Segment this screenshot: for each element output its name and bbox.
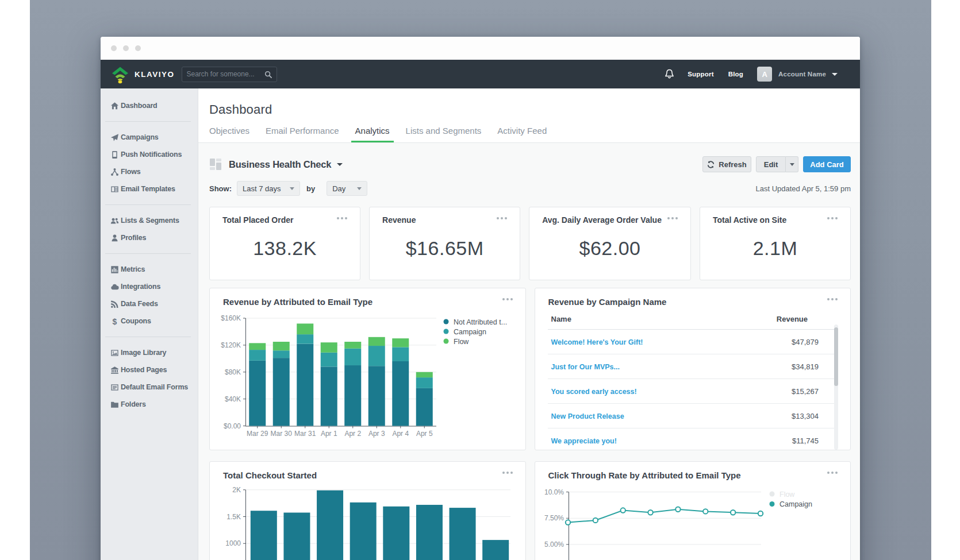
tab-analytics[interactable]: Analytics	[355, 126, 390, 142]
user-icon	[110, 234, 119, 242]
card-menu-dots[interactable]	[667, 217, 678, 219]
sidebar-item-push-notifications[interactable]: Push Notifications	[101, 146, 198, 163]
browser-window: KLAVIYO Support Blog A Account Name Dash…	[101, 37, 860, 560]
brand-name: KLAVIYO	[135, 70, 175, 79]
klaviyo-logo-icon	[110, 65, 130, 84]
card-menu-dots[interactable]	[497, 217, 507, 219]
sidebar-item-flows[interactable]: Flows	[101, 163, 198, 180]
sidebar-item-default-email-forms[interactable]: Default Email Forms	[101, 379, 198, 396]
klaviyo-logo[interactable]: KLAVIYO	[110, 65, 175, 84]
window-control-dot[interactable]	[123, 45, 129, 51]
bar-chart-icon	[110, 265, 119, 274]
campaign-link[interactable]: You scored early access!	[551, 388, 637, 396]
page-header: Dashboard ObjectivesEmail PerformanceAna…	[198, 88, 860, 143]
svg-text:Mar 29: Mar 29	[247, 430, 268, 438]
kpi-title: Revenue	[382, 215, 507, 225]
sidebar-item-folders[interactable]: Folders	[101, 396, 198, 413]
tab-email-performance[interactable]: Email Performance	[266, 126, 339, 142]
board-caret-icon[interactable]	[337, 163, 343, 166]
table-scrollbar[interactable]	[834, 325, 838, 450]
sidebar-item-lists-segments[interactable]: Lists & Segments	[101, 212, 198, 229]
sidebar-item-campaigns[interactable]: Campaigns	[101, 129, 198, 146]
table-row: Just for Our MVPs...$34,819	[548, 354, 838, 379]
table-header-name[interactable]: Name	[548, 315, 721, 330]
svg-text:$80K: $80K	[225, 368, 241, 376]
sidebar-item-dashboard[interactable]: Dashboard	[101, 97, 198, 114]
account-caret-icon[interactable]	[832, 73, 838, 76]
campaign-link[interactable]: We appreciate you!	[551, 437, 617, 445]
nav-link-blog[interactable]: Blog	[728, 71, 743, 78]
by-label: by	[306, 184, 315, 193]
window-control-dot[interactable]	[111, 45, 117, 51]
tab-bar: ObjectivesEmail PerformanceAnalyticsList…	[209, 126, 860, 142]
sidebar-item-email-templates[interactable]: Email Templates	[101, 180, 198, 198]
table-row: We appreciate you!$11,745	[548, 428, 838, 453]
svg-text:Mar 30: Mar 30	[271, 430, 293, 438]
interval-select[interactable]: Day	[327, 181, 367, 196]
sidebar-item-integrations[interactable]: Integrations	[101, 278, 198, 295]
campaign-revenue: $47,879	[721, 330, 838, 354]
search-input[interactable]	[187, 70, 264, 78]
campaign-revenue: $13,304	[721, 404, 838, 428]
sidebar-item-label: Hosted Pages	[121, 366, 167, 374]
card-title: Revenue by Attributed to Email Type	[210, 288, 525, 307]
sidebar-item-metrics[interactable]: Metrics	[101, 261, 198, 278]
sidebar-item-label: Flows	[121, 168, 140, 176]
card-menu-dots[interactable]	[337, 217, 347, 219]
card-menu-dots[interactable]	[827, 298, 838, 300]
svg-text:Campaign: Campaign	[779, 500, 812, 508]
sidebar-item-hosted-pages[interactable]: Hosted Pages	[101, 361, 198, 379]
sidebar-divider	[105, 204, 191, 205]
board-toolbar: Business Health Check Refresh	[209, 156, 851, 172]
card-menu-dots[interactable]	[502, 472, 513, 474]
nav-link-support[interactable]: Support	[688, 71, 713, 78]
sidebar-item-profiles[interactable]: Profiles	[101, 229, 198, 246]
card-menu-dots[interactable]	[827, 472, 838, 474]
sidebar-item-label: Campaigns	[121, 133, 159, 141]
account-avatar[interactable]: A	[757, 67, 772, 82]
svg-text:Apr 3: Apr 3	[368, 430, 385, 438]
kpi-title: Avg. Daily Average Order Value	[542, 215, 678, 225]
sidebar-divider	[105, 121, 191, 122]
sidebar-item-label: Image Library	[121, 349, 166, 357]
sidebar-item-image-library[interactable]: Image Library	[101, 344, 198, 361]
board-name[interactable]: Business Health Check	[229, 159, 331, 170]
kpi-card-revenue: Revenue$16.65M	[369, 207, 520, 280]
scrollbar-thumb[interactable]	[834, 327, 838, 386]
campaign-revenue: $11,745	[721, 428, 838, 453]
campaign-link[interactable]: Just for Our MVPs...	[551, 363, 620, 371]
window-control-dot[interactable]	[135, 45, 141, 51]
date-range-select[interactable]: Last 7 days	[237, 181, 300, 196]
add-card-button[interactable]: Add Card	[803, 156, 851, 172]
sidebar-item-label: Coupons	[121, 317, 151, 325]
notifications-bell-icon[interactable]	[665, 69, 674, 79]
edit-caret-icon	[790, 163, 794, 166]
sidebar-item-data-feeds[interactable]: Data Feeds	[101, 295, 198, 312]
tab-activity-feed[interactable]: Activity Feed	[497, 126, 547, 142]
revenue-by-campaign-card: Revenue by Campaign Name NameRevenueWelc…	[535, 288, 851, 450]
svg-text:5.00%: 5.00%	[544, 540, 563, 549]
campaign-link[interactable]: New Product Release	[551, 412, 624, 420]
svg-text:Apr 1: Apr 1	[321, 430, 337, 438]
sidebar-item-coupons[interactable]: $Coupons	[101, 312, 198, 330]
tab-objectives[interactable]: Objectives	[209, 126, 249, 142]
svg-text:Apr 2: Apr 2	[344, 430, 361, 438]
refresh-button[interactable]: Refresh	[702, 156, 751, 172]
svg-text:$160K: $160K	[221, 314, 241, 322]
navbar-search[interactable]	[182, 67, 277, 82]
card-menu-dots[interactable]	[827, 217, 838, 219]
sidebar-item-label: Dashboard	[121, 102, 158, 110]
sidebar-divider	[105, 337, 191, 337]
board-grid-icon	[209, 158, 222, 171]
campaign-revenue: $15,267	[721, 379, 838, 404]
users-icon	[110, 217, 119, 225]
edit-dropdown-button[interactable]	[786, 156, 798, 172]
svg-text:1.5K: 1.5K	[226, 513, 241, 521]
select-caret-icon	[357, 187, 362, 190]
campaign-link[interactable]: Welcome! Here's Your Gift!	[551, 338, 643, 346]
edit-button[interactable]: Edit	[756, 156, 786, 172]
account-name[interactable]: Account Name	[778, 71, 826, 78]
card-menu-dots[interactable]	[502, 298, 513, 300]
table-header-revenue[interactable]: Revenue	[721, 315, 838, 330]
tab-lists-and-segments[interactable]: Lists and Segments	[406, 126, 482, 142]
